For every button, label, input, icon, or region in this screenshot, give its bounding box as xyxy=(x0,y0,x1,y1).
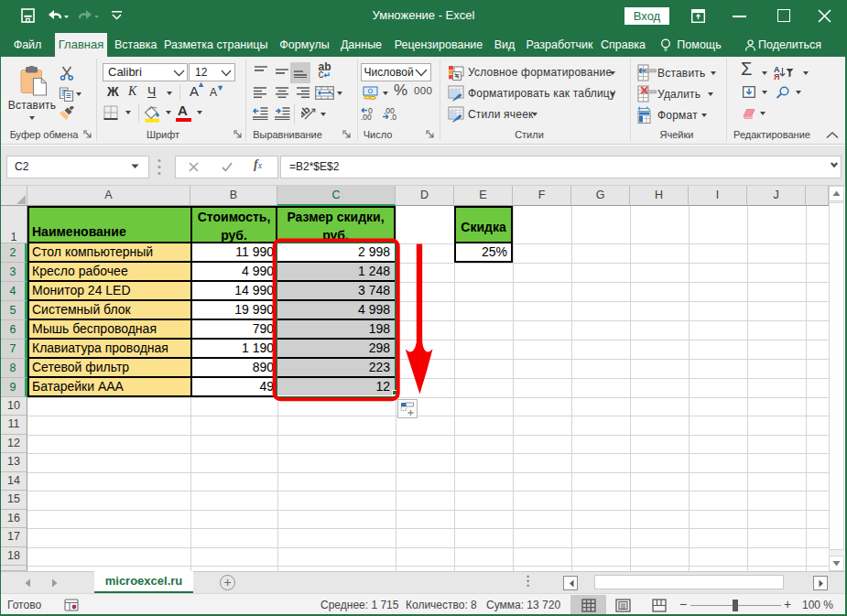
svg-text:,0: ,0 xyxy=(390,113,396,120)
svg-text:Я: Я xyxy=(774,72,779,80)
svg-text:,00: ,00 xyxy=(361,113,372,120)
